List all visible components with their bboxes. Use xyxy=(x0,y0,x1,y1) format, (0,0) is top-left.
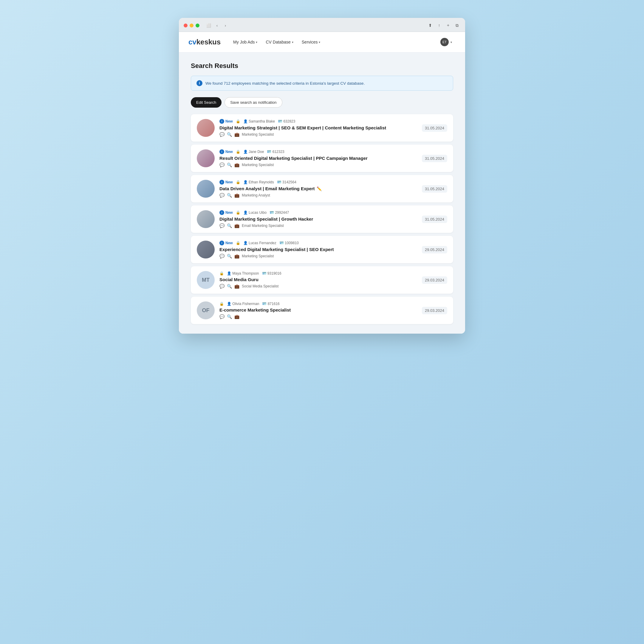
briefcase-icon[interactable]: 💼 xyxy=(234,193,239,198)
person-icon: 👤 Ethan Reynolds xyxy=(243,180,274,184)
card-actions-row: 💬 🔍💼 xyxy=(219,314,417,319)
chat-icon[interactable]: 💬 xyxy=(219,284,225,289)
chat-icon[interactable]: 💬 xyxy=(219,254,225,258)
result-card[interactable]: i New 🔒 👤 Lucas Fernandez 🪪 1009810 Expe… xyxy=(191,236,453,263)
search-icon[interactable]: 🔍 xyxy=(227,314,232,319)
card-actions-row: 💬 🔍💼 Social Media Specialist xyxy=(219,284,417,289)
avatar-wrapper xyxy=(197,149,215,167)
chat-icon[interactable]: 💬 xyxy=(219,132,225,137)
browser-toolbar-right: ⬆ ↑ ＋ ⧉ xyxy=(427,22,460,29)
lock-icon: 🔒 xyxy=(236,241,240,245)
briefcase-icon[interactable]: 💼 xyxy=(234,314,239,319)
close-button[interactable] xyxy=(184,24,188,27)
search-icon[interactable]: 🔍 xyxy=(227,193,232,198)
browser-window: ⬜ ‹ › ⬆ ↑ ＋ ⧉ cvkeskus My Job Ads ▾ CV D… xyxy=(179,18,465,334)
avatar xyxy=(197,149,215,167)
card-date: 31.05.2024 xyxy=(422,124,447,132)
card-category: Marketing Analyst xyxy=(242,193,270,197)
lock-icon: 🔒 xyxy=(236,180,240,184)
chat-icon[interactable]: 💬 xyxy=(219,162,225,167)
search-icon[interactable]: 🔍 xyxy=(227,284,232,289)
edit-pencil-icon[interactable]: ✏️ xyxy=(317,186,322,191)
upload-icon[interactable]: ↑ xyxy=(436,22,442,29)
nav-links: My Job Ads ▾ CV Database ▾ Services ▾ xyxy=(230,38,427,46)
card-title: Digital Marketing Strategist | SEO & SEM… xyxy=(219,125,417,130)
chevron-down-icon: ▾ xyxy=(292,41,293,44)
card-body: i New 🔒 👤 Lucas Uibo 🪪 2992447 Digital M… xyxy=(219,210,417,228)
search-icon[interactable]: 🔍 xyxy=(227,254,232,258)
avatar xyxy=(197,119,215,137)
card-date: 31.05.2024 xyxy=(422,216,447,223)
result-card[interactable]: i New 🔒 👤 Samantha Blake 🪪 632823 Digita… xyxy=(191,114,453,142)
maximize-button[interactable] xyxy=(196,24,199,27)
card-body: i New 🔒 👤 Ethan Reynolds 🪪 3142564 Data … xyxy=(219,180,417,198)
logo[interactable]: cvkeskus xyxy=(188,38,221,46)
chat-icon[interactable]: 💬 xyxy=(219,223,225,228)
briefcase-icon[interactable]: 💼 xyxy=(234,254,239,258)
result-card[interactable]: MT 🔒 👤 Maya Thompson 🪪 9319016 Social Me… xyxy=(191,266,453,294)
card-title: Social Media Guru xyxy=(219,277,417,282)
person-icon: 👤 Lucas Fernandez xyxy=(243,241,276,245)
card-body: i New 🔒 👤 Jane Doe 🪪 612323 Result Orien… xyxy=(219,149,417,167)
nav-my-job-ads[interactable]: My Job Ads ▾ xyxy=(230,38,260,46)
card-meta: i New 🔒 👤 Ethan Reynolds 🪪 3142564 xyxy=(219,180,417,185)
card-title: E-commerce Marketing Specialist xyxy=(219,307,417,312)
card-title: Experienced Digital Marketing Specialist… xyxy=(219,247,417,252)
chat-icon[interactable]: 💬 xyxy=(219,193,225,198)
card-meta: i New 🔒 👤 Samantha Blake 🪪 632823 xyxy=(219,119,417,124)
briefcase-icon[interactable]: 💼 xyxy=(234,223,239,228)
briefcase-icon[interactable]: 💼 xyxy=(234,162,239,167)
card-date: 29.05.2024 xyxy=(422,246,447,253)
forward-icon[interactable]: › xyxy=(222,22,229,29)
chat-icon[interactable]: 💬 xyxy=(219,314,225,319)
new-badge: i New xyxy=(219,241,233,245)
new-dot-icon: i xyxy=(219,180,224,185)
avatar: MT xyxy=(197,271,215,289)
back-icon[interactable]: ‹ xyxy=(214,22,220,29)
lock-icon: 🔒 xyxy=(236,210,240,215)
lock-icon: 🔒 xyxy=(236,119,240,123)
briefcase-icon[interactable]: 💼 xyxy=(234,132,239,137)
result-card[interactable]: i New 🔒 👤 Ethan Reynolds 🪪 3142564 Data … xyxy=(191,175,453,202)
main-content: Search Results i We found 712 employees … xyxy=(179,52,465,334)
info-text: We found 712 employees matching the sele… xyxy=(205,81,365,86)
sidebar-toggle-icon[interactable]: ⬜ xyxy=(205,22,212,29)
browser-chrome: ⬜ ‹ › ⬆ ↑ ＋ ⧉ xyxy=(179,18,465,32)
result-card[interactable]: i New 🔒 👤 Jane Doe 🪪 612323 Result Orien… xyxy=(191,145,453,172)
result-card[interactable]: OF 🔒 👤 Olivia Fisherman 🪪 871616 E-comme… xyxy=(191,297,453,324)
new-badge: i New xyxy=(219,119,233,124)
user-menu-button[interactable]: ET ▾ xyxy=(437,36,456,48)
navbar: cvkeskus My Job Ads ▾ CV Database ▾ Serv… xyxy=(179,32,465,52)
card-title: Digital Marketing Specialist | Growth Ha… xyxy=(219,216,417,222)
search-icon[interactable]: 🔍 xyxy=(227,223,232,228)
person-icon: 👤 Maya Thompson xyxy=(227,271,259,275)
edit-search-button[interactable]: Edit Search xyxy=(191,97,222,108)
user-icon: ET xyxy=(440,38,449,46)
avatar xyxy=(197,210,215,228)
result-card[interactable]: i New 🔒 👤 Lucas Uibo 🪪 2992447 Digital M… xyxy=(191,205,453,233)
avatar xyxy=(197,180,215,198)
card-category: Email Marketing Specialist xyxy=(242,224,284,228)
add-tab-icon[interactable]: ＋ xyxy=(445,22,451,29)
save-notification-button[interactable]: Save search as notification xyxy=(225,97,282,108)
id-number: 🪪 3142564 xyxy=(277,180,296,184)
card-category: Marketing Specialist xyxy=(242,163,274,167)
copy-icon[interactable]: ⧉ xyxy=(454,22,460,29)
nav-cv-database[interactable]: CV Database ▾ xyxy=(263,38,296,46)
card-body: i New 🔒 👤 Lucas Fernandez 🪪 1009810 Expe… xyxy=(219,241,417,258)
avatar xyxy=(197,241,215,258)
user-chevron-icon: ▾ xyxy=(451,41,452,44)
chevron-down-icon: ▾ xyxy=(319,41,320,44)
results-list: i New 🔒 👤 Samantha Blake 🪪 632823 Digita… xyxy=(191,114,453,324)
card-category: Marketing Specialist xyxy=(242,132,274,137)
share-icon[interactable]: ⬆ xyxy=(427,22,434,29)
id-number: 🪪 871616 xyxy=(262,302,279,306)
new-badge: i New xyxy=(219,210,233,215)
nav-services[interactable]: Services ▾ xyxy=(299,38,323,46)
search-icon[interactable]: 🔍 xyxy=(227,132,232,137)
briefcase-icon[interactable]: 💼 xyxy=(234,284,239,289)
page-title: Search Results xyxy=(191,62,453,70)
info-icon: i xyxy=(196,80,202,86)
minimize-button[interactable] xyxy=(190,24,193,27)
search-icon[interactable]: 🔍 xyxy=(227,162,232,167)
